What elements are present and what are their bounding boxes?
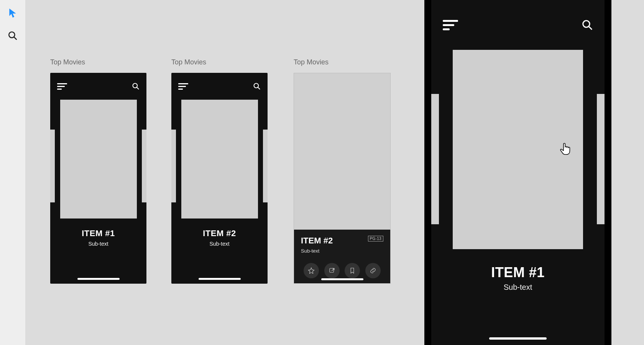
- action-row: [301, 263, 383, 278]
- item-title: ITEM #2: [171, 228, 268, 238]
- pointer-tool[interactable]: [7, 7, 18, 18]
- carousel-prev-peek: [50, 130, 55, 202]
- item-meta: ITEM #1 Sub-text: [431, 264, 605, 292]
- search-icon[interactable]: [253, 82, 261, 90]
- carousel-next-peek: [142, 130, 146, 202]
- favorite-button[interactable]: [304, 263, 319, 278]
- carousel[interactable]: [431, 50, 605, 249]
- search-icon[interactable]: [582, 19, 593, 31]
- search-icon: [8, 31, 18, 41]
- detail-header: ITEM #2 Sub-text PG-13: [301, 236, 383, 254]
- design-canvas[interactable]: Top Movies Top Movies Top Movies ITEM #1…: [25, 0, 644, 345]
- artboard-label[interactable]: Top Movies: [294, 58, 329, 66]
- svg-line-3: [137, 87, 139, 89]
- artboard-top-movies-1[interactable]: ITEM #1 Sub-text: [50, 73, 146, 284]
- detail-sheet[interactable]: ITEM #2 Sub-text PG-13: [294, 230, 390, 283]
- item-subtext: Sub-text: [171, 241, 268, 247]
- movie-poster[interactable]: [181, 100, 258, 219]
- detail-subtext: Sub-text: [301, 248, 333, 254]
- star-icon: [308, 267, 315, 274]
- bookmark-button[interactable]: [345, 263, 360, 278]
- home-indicator: [489, 337, 547, 340]
- bookmark-icon: [349, 267, 356, 274]
- svg-line-1: [14, 37, 16, 39]
- share-button[interactable]: [324, 263, 340, 278]
- item-meta: ITEM #1 Sub-text: [50, 228, 146, 247]
- item-title: ITEM #1: [50, 228, 146, 238]
- carousel-prev-peek: [171, 130, 176, 202]
- carousel-next-peek: [263, 130, 268, 202]
- search-icon[interactable]: [132, 82, 140, 90]
- item-subtext: Sub-text: [50, 241, 146, 247]
- preview-panel[interactable]: ITEM #1 Sub-text: [424, 0, 611, 345]
- artboard-label[interactable]: Top Movies: [171, 58, 206, 66]
- menu-icon[interactable]: [443, 20, 458, 30]
- pointer-icon: [8, 8, 18, 18]
- movie-poster[interactable]: [60, 100, 137, 219]
- app-topbar: [50, 73, 146, 100]
- svg-rect-6: [330, 268, 334, 273]
- share-icon: [329, 267, 335, 274]
- home-indicator: [77, 278, 120, 280]
- item-meta: ITEM #2 Sub-text: [171, 228, 268, 247]
- svg-line-5: [258, 87, 260, 89]
- artboard-detail[interactable]: ITEM #2 Sub-text PG-13: [294, 73, 391, 284]
- link-icon: [370, 267, 376, 274]
- artboard-top-movies-2[interactable]: ITEM #2 Sub-text: [171, 73, 268, 284]
- menu-icon[interactable]: [178, 83, 188, 90]
- detail-title: ITEM #2: [301, 236, 333, 246]
- tool-rail: [0, 0, 25, 345]
- movie-poster[interactable]: [453, 50, 583, 249]
- menu-icon[interactable]: [57, 83, 67, 90]
- svg-line-8: [589, 26, 592, 30]
- app-topbar: [171, 73, 268, 100]
- carousel[interactable]: [171, 100, 268, 219]
- home-indicator: [199, 278, 241, 280]
- preview-screen: ITEM #1 Sub-text: [431, 0, 605, 345]
- item-title: ITEM #1: [431, 264, 605, 281]
- item-subtext: Sub-text: [431, 283, 605, 292]
- app-topbar: [431, 0, 605, 50]
- home-indicator: [321, 278, 363, 280]
- carousel-prev-peek: [431, 94, 439, 224]
- carousel-next-peek: [597, 94, 605, 224]
- link-button[interactable]: [365, 263, 381, 278]
- artboard-label[interactable]: Top Movies: [50, 58, 85, 66]
- carousel[interactable]: [50, 100, 146, 219]
- search-tool[interactable]: [7, 30, 18, 41]
- rating-badge: PG-13: [368, 236, 383, 242]
